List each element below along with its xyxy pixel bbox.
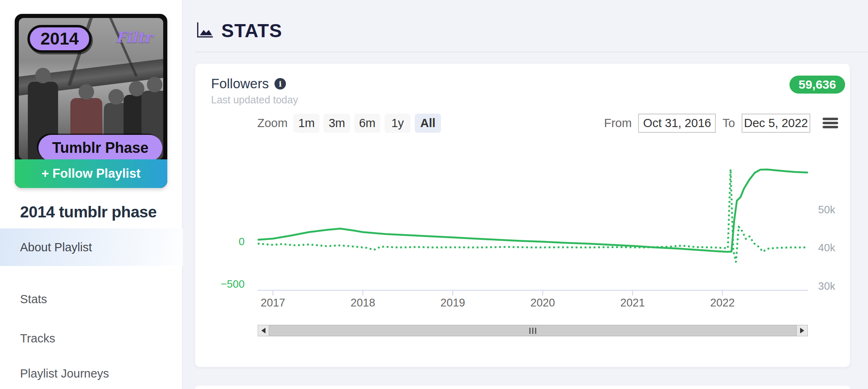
sidebar-item-about-playlist[interactable]: About Playlist	[0, 228, 183, 266]
right-arrow-icon	[800, 328, 804, 333]
phase-badge: Tumblr Phase	[38, 135, 162, 159]
right-axis-label: 50k	[818, 203, 835, 216]
x-axis-year-label: 2019	[441, 297, 465, 309]
filtr-logo: Filtr	[115, 29, 152, 46]
scrollbar-left-button[interactable]	[258, 325, 269, 336]
sidebar-item-tracks[interactable]: Tracks	[0, 319, 183, 358]
chart-scrollbar	[258, 325, 808, 336]
dotted-line-series	[258, 169, 808, 262]
page: 2014 Filtr Tumblr Phase + Follow Playlis…	[0, 0, 868, 389]
followers-panel: Followers Last updated today 59,636 Zoom…	[195, 64, 850, 367]
scrollbar-thumb[interactable]	[269, 325, 796, 336]
x-axis-year-label: 2021	[620, 297, 645, 309]
sidebar-item-stats[interactable]: Stats	[0, 279, 183, 319]
stats-header: STATS	[195, 20, 282, 42]
playlist-cover-photo: 2014 Filtr Tumblr Phase	[19, 18, 163, 159]
header-divider	[195, 51, 868, 52]
playlist-title: 2014 tumblr phase	[20, 203, 157, 221]
follow-playlist-button[interactable]: + Follow Playlist	[15, 159, 167, 188]
next-panel-top-edge	[195, 386, 850, 389]
left-axis-label: −500	[200, 278, 245, 291]
left-arrow-icon	[261, 328, 265, 333]
right-axis-label: 30k	[818, 280, 835, 293]
year-badge: 2014	[27, 25, 92, 53]
left-axis-label: 0	[200, 235, 245, 248]
x-axis-year-label: 2020	[531, 297, 555, 309]
x-axis-year-label: 2018	[351, 297, 375, 309]
page-title: STATS	[221, 20, 282, 42]
area-chart-icon	[195, 21, 214, 40]
scrollbar-grip-icon	[529, 328, 536, 334]
x-axis-year-label: 2017	[261, 297, 285, 309]
main-content: STATS Followers Last updated today 59,63…	[183, 0, 868, 389]
sidebar: 2014 Filtr Tumblr Phase + Follow Playlis…	[0, 0, 183, 389]
followers-chart	[195, 64, 850, 367]
sidebar-item-playlist-journeys[interactable]: Playlist Journeys	[0, 358, 183, 389]
solid-line-series	[258, 170, 808, 252]
x-axis-year-label: 2022	[710, 297, 735, 309]
right-axis-label: 40k	[818, 241, 835, 254]
playlist-cover-card: 2014 Filtr Tumblr Phase + Follow Playlis…	[15, 14, 167, 188]
scrollbar-right-button[interactable]	[796, 325, 808, 336]
